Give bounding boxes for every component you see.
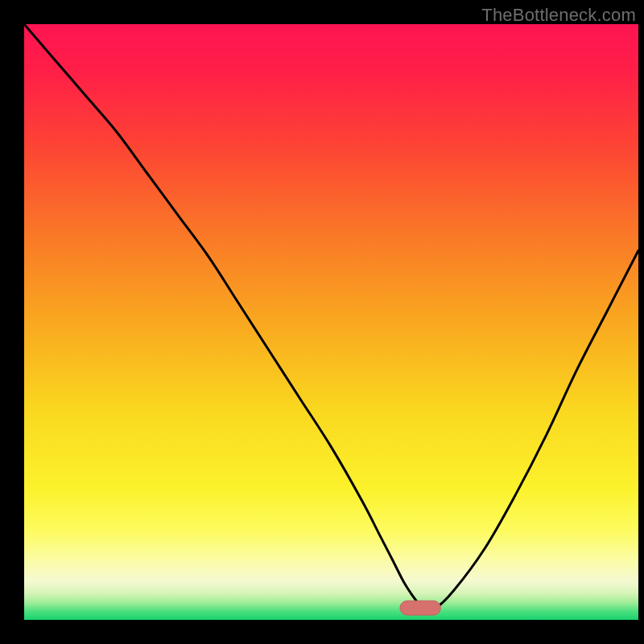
- plot-area: [24, 24, 638, 620]
- optimal-marker: [400, 601, 440, 615]
- bottleneck-chart: [24, 24, 638, 620]
- watermark: TheBottleneck.com: [481, 5, 636, 26]
- chart-frame: TheBottleneck.com: [0, 0, 644, 644]
- gradient-background: [24, 24, 638, 620]
